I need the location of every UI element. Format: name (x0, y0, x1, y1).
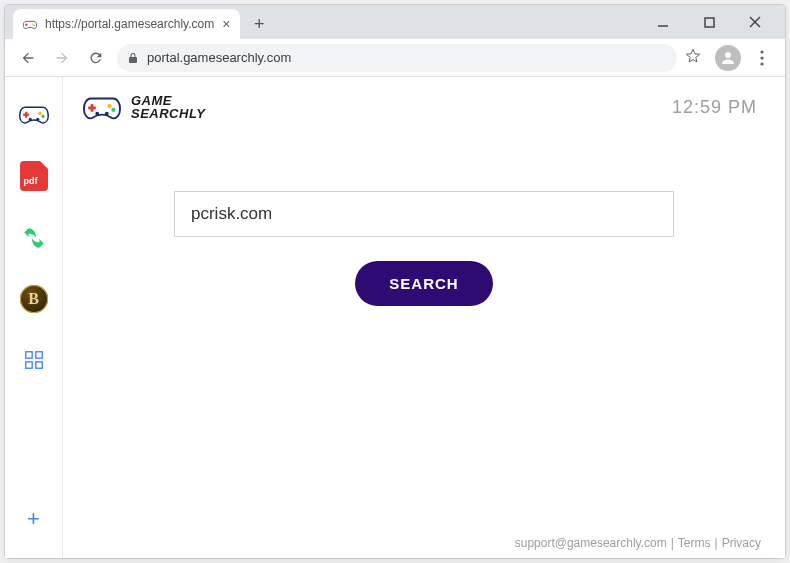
sidebar-pdf-label: pdf (24, 176, 38, 186)
svg-point-26 (95, 112, 99, 116)
sidebar: pdf B + (5, 77, 63, 558)
profile-avatar-icon[interactable] (715, 45, 741, 71)
omnibox[interactable]: portal.gamesearchly.com (117, 44, 677, 72)
svg-point-27 (105, 112, 109, 116)
svg-rect-1 (25, 24, 28, 25)
nav-back-icon[interactable] (15, 45, 41, 71)
bookmark-star-icon[interactable] (685, 48, 701, 68)
brand-logo[interactable]: GAME SEARCHLY (83, 93, 206, 121)
sidebar-item-swap-icon[interactable] (19, 223, 49, 253)
footer-email: support@gamesearchly.com (515, 536, 667, 550)
svg-rect-23 (88, 107, 96, 110)
svg-point-15 (41, 115, 44, 118)
search-button[interactable]: SEARCH (355, 261, 492, 306)
footer-terms-link[interactable]: Terms (678, 536, 711, 550)
svg-point-24 (108, 104, 112, 108)
tab-close-icon[interactable]: × (222, 16, 230, 32)
svg-rect-19 (35, 352, 41, 358)
svg-rect-20 (25, 362, 31, 368)
svg-point-9 (760, 50, 763, 53)
svg-point-25 (111, 108, 115, 112)
nav-forward-icon[interactable] (49, 45, 75, 71)
svg-rect-5 (705, 18, 714, 27)
browser-tabbar: https://portal.gamesearchly.com × + (5, 5, 785, 39)
nav-reload-icon[interactable] (83, 45, 109, 71)
svg-point-10 (760, 56, 763, 59)
brand-controller-icon (83, 93, 121, 121)
tab-title: https://portal.gamesearchly.com (45, 17, 214, 31)
sidebar-item-coin-icon[interactable]: B (20, 285, 48, 313)
new-tab-button[interactable]: + (246, 11, 272, 37)
footer: support@gamesearchly.com | Terms | Priva… (515, 536, 761, 550)
clock: 12:59 PM (672, 97, 757, 118)
omnibox-url: portal.gamesearchly.com (147, 50, 291, 65)
svg-point-14 (38, 112, 41, 115)
chrome-menu-icon[interactable] (749, 45, 775, 71)
footer-privacy-link[interactable]: Privacy (722, 536, 761, 550)
brand-text: GAME SEARCHLY (131, 94, 206, 120)
window-maximize-icon[interactable] (695, 8, 723, 36)
svg-point-16 (28, 118, 31, 121)
browser-urlbar: portal.gamesearchly.com (5, 39, 785, 77)
svg-point-17 (36, 118, 39, 121)
svg-rect-13 (23, 114, 29, 116)
sidebar-item-pdf-icon[interactable]: pdf (20, 161, 48, 191)
window-controls (649, 5, 779, 39)
sidebar-add-button[interactable]: + (19, 504, 49, 534)
search-input[interactable] (174, 191, 674, 237)
sidebar-item-apps-grid-icon[interactable] (19, 345, 49, 375)
sidebar-item-controller-icon[interactable] (19, 99, 49, 129)
svg-point-8 (725, 52, 731, 58)
svg-point-3 (33, 24, 35, 26)
browser-tab[interactable]: https://portal.gamesearchly.com × (13, 9, 240, 39)
window-minimize-icon[interactable] (649, 8, 677, 36)
tab-favicon-controller-icon (23, 17, 37, 31)
svg-rect-18 (25, 352, 31, 358)
footer-sep: | (671, 536, 674, 550)
brand-line2: SEARCHLY (131, 107, 206, 120)
lock-icon (127, 51, 139, 65)
svg-rect-21 (35, 362, 41, 368)
footer-sep: | (715, 536, 718, 550)
svg-point-11 (760, 62, 763, 65)
page-content: GAME SEARCHLY 12:59 PM SEARCH support@ga… (63, 77, 785, 558)
svg-point-2 (32, 23, 34, 25)
window-close-icon[interactable] (741, 8, 769, 36)
sidebar-coin-letter: B (28, 290, 39, 308)
